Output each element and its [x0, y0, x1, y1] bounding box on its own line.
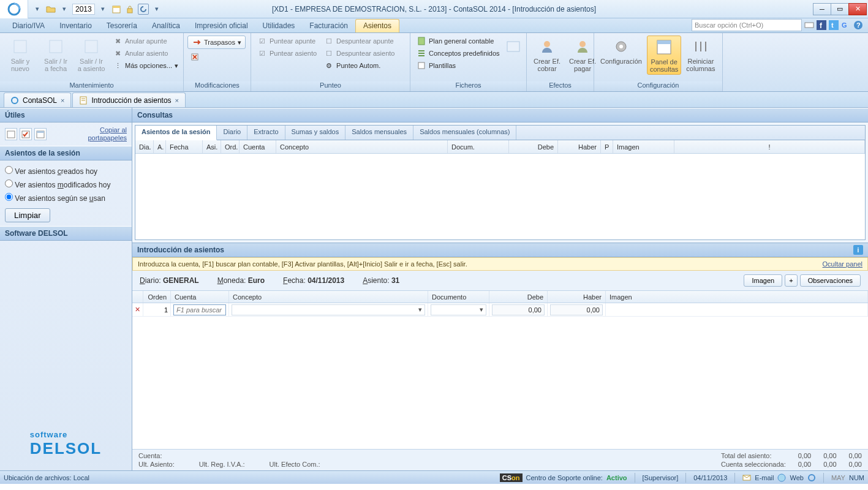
globe-icon[interactable]	[777, 473, 786, 482]
columns-icon	[691, 37, 711, 56]
minimize-button[interactable]: ─	[813, 3, 831, 15]
google-icon[interactable]: G	[841, 20, 851, 30]
conceptos-button[interactable]: Conceptos predefinidos	[414, 48, 502, 59]
documento-dropdown[interactable]: ▾	[431, 304, 486, 315]
folder-icon[interactable]	[45, 4, 56, 15]
group-label: Mantenimiento	[0, 81, 183, 91]
imagen-cell[interactable]	[606, 303, 868, 316]
svg-rect-30	[37, 131, 44, 133]
delete-button[interactable]	[187, 51, 202, 62]
radio-modificados[interactable]: Ver asientos modificados hoy	[5, 178, 127, 191]
tool-icon-2[interactable]	[20, 128, 32, 140]
dropdown-icon[interactable]: ▾	[151, 4, 162, 15]
ctab-sumas[interactable]: Sumas y saldos	[285, 126, 346, 140]
debe-input[interactable]	[492, 304, 545, 315]
puntear-apunte-button[interactable]: ☑Puntear apunte	[255, 36, 319, 47]
mas-opciones-button[interactable]: ⋮Más opciones... ▾	[110, 60, 181, 71]
dropdown-icon[interactable]: ▾	[32, 4, 43, 15]
ocultar-panel-link[interactable]: Ocultar panel	[823, 260, 862, 268]
haber-input[interactable]	[550, 304, 603, 315]
tab-utilidades[interactable]: Utilidades	[255, 20, 303, 32]
ctab-extracto[interactable]: Extracto	[247, 126, 285, 140]
despuntear-apunte-button[interactable]: ☐Despuntear apunte	[322, 36, 397, 47]
refresh-status-icon[interactable]	[807, 473, 816, 482]
ficheros-extra-button[interactable]	[505, 36, 523, 58]
delete-row-icon[interactable]: ✕	[132, 303, 143, 316]
radio-usan[interactable]: Ver asientos según se usan	[5, 191, 127, 205]
entry-row: ✕ 1 ▾ ▾	[132, 303, 868, 317]
salir-asiento-button[interactable]: Salir / Ir a asiento	[75, 36, 108, 74]
lock-icon[interactable]	[124, 4, 135, 15]
app-logo[interactable]	[0, 0, 28, 18]
email-icon[interactable]	[742, 473, 751, 482]
consultas-header: Consultas	[132, 108, 868, 123]
grid-body[interactable]	[135, 154, 865, 239]
help-icon[interactable]: ?	[853, 20, 863, 30]
despuntear-asiento-button[interactable]: ☐Despuntear asiento	[322, 48, 397, 59]
may-status: MAY	[831, 474, 845, 481]
tab-facturacion[interactable]: Facturación	[302, 20, 355, 32]
email-link[interactable]: E-mail	[755, 474, 774, 481]
keyboard-icon[interactable]	[804, 20, 814, 30]
radio-creados[interactable]: Ver asientos creados hoy	[5, 164, 127, 178]
configuracion-button[interactable]: Configuración	[598, 36, 644, 66]
meta-row: Diario: GENERAL Moneda: Euro Fecha: 04/1…	[132, 271, 868, 291]
reiniciar-columnas-button[interactable]: Reiniciar columnas	[684, 36, 717, 74]
crear-ef-cobrar-button[interactable]: Crear Ef. cobrar	[530, 36, 564, 74]
tool-icon-1[interactable]	[5, 128, 17, 140]
panel-consultas-button[interactable]: Panel de consultas	[647, 36, 681, 75]
more-icon: ⋮	[113, 61, 123, 70]
info-icon[interactable]: i	[853, 245, 863, 255]
ctab-sesion[interactable]: Asientos de la sesión	[135, 126, 217, 140]
tab-tesoreria[interactable]: Tesorería	[99, 20, 145, 32]
anular-apunte-button[interactable]: ✖Anular apunte	[110, 36, 181, 47]
tab-diario[interactable]: Diario/IVA	[5, 20, 52, 32]
search-input[interactable]: Buscar opción (Ctrl+O)	[692, 19, 802, 31]
imagen-button[interactable]: Imagen	[744, 274, 782, 287]
maximize-button[interactable]: ▭	[831, 3, 849, 15]
salir-fecha-button[interactable]: Salir / Ir a fecha	[39, 36, 72, 74]
concepto-dropdown[interactable]: ▾	[232, 304, 425, 315]
refresh-icon[interactable]	[138, 4, 149, 15]
salir-nuevo-button[interactable]: Salir y nuevo	[4, 36, 37, 74]
limpiar-button[interactable]: Limpiar	[5, 208, 50, 222]
ctab-saldos[interactable]: Saldos mensuales	[345, 126, 413, 140]
copiar-link[interactable]: Copiar al portapapeles	[88, 126, 127, 142]
cson-badge: CSon	[500, 473, 523, 482]
observaciones-button[interactable]: Observaciones	[800, 274, 861, 287]
svg-rect-13	[50, 40, 62, 53]
tab-asientos[interactable]: Asientos	[355, 19, 399, 32]
dropdown-icon[interactable]: ▾	[97, 4, 108, 15]
tool-icon-3[interactable]	[34, 128, 47, 140]
close-tab-icon[interactable]: ×	[175, 97, 179, 104]
plantillas-button[interactable]: Plantillas	[414, 60, 502, 71]
year-selector[interactable]: 2013	[72, 4, 95, 15]
anular-asiento-button[interactable]: ✖Anular asiento	[110, 48, 181, 59]
group-label: Punteo	[251, 81, 410, 91]
close-button[interactable]: ✕	[848, 3, 867, 15]
traspasos-button[interactable]: Traspasos ▾	[187, 36, 246, 49]
tab-analitica[interactable]: Analítica	[145, 20, 187, 32]
dropdown-icon[interactable]: ▾	[59, 4, 70, 15]
chevron-down-icon: ▾	[416, 306, 425, 314]
plan-general-button[interactable]: Plan general contable	[414, 36, 502, 47]
plus-button[interactable]: +	[785, 274, 797, 287]
facebook-icon[interactable]: f	[817, 20, 826, 30]
svg-rect-14	[85, 40, 97, 53]
tab-impresion[interactable]: Impresión oficial	[187, 20, 255, 32]
ctab-diario[interactable]: Diario	[217, 126, 247, 140]
close-tab-icon[interactable]: ×	[61, 97, 64, 104]
doc-tab-contasol[interactable]: ContaSOL ×	[4, 92, 71, 107]
tab-inventario[interactable]: Inventario	[52, 20, 99, 32]
doc-tab-introduccion[interactable]: Introducción de asientos ×	[72, 92, 186, 107]
grid-header: Dia. A. Fecha Asi. Ord. Cuenta Concepto …	[135, 140, 865, 154]
ctab-saldos-col[interactable]: Saldos mensuales (columnas)	[413, 126, 516, 140]
twitter-icon[interactable]: t	[829, 20, 839, 30]
svg-rect-27	[7, 131, 15, 138]
entry-header: Orden Cuenta Concepto Documento Debe Hab…	[132, 291, 868, 303]
web-link[interactable]: Web	[790, 474, 803, 481]
cuenta-input[interactable]	[173, 304, 226, 315]
puntear-asiento-button[interactable]: ☑Puntear asiento	[255, 48, 319, 59]
calendar-icon[interactable]	[111, 4, 122, 15]
punteo-autom-button[interactable]: ⚙Punteo Autom.	[322, 60, 397, 71]
